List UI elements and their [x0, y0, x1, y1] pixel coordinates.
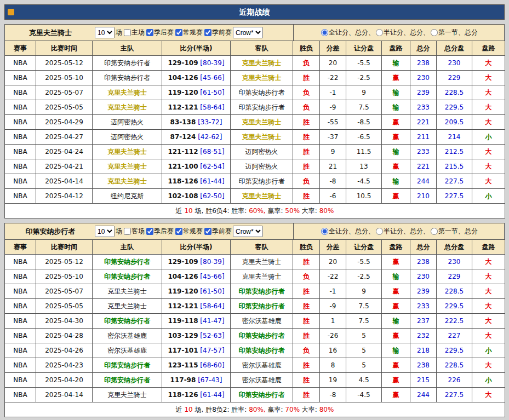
summary-row: 近 10 场, 胜6负4: 胜率: 60%, 赢率: 50% 大率: 80%: [5, 204, 505, 218]
away-team-cell: 克里夫兰骑士: [231, 189, 293, 204]
away-team-cell: 克里夫兰骑士: [231, 269, 293, 284]
away-team-cell: 克里夫兰骑士: [231, 56, 293, 71]
odds-company-select[interactable]: Crow*: [233, 226, 263, 237]
home-team-cell: 克里夫兰骑士: [93, 299, 162, 314]
diff-cell: -55: [320, 115, 346, 130]
result-cell: 胜: [293, 145, 320, 159]
col-diff: 分差: [320, 240, 346, 255]
radio-full-handicap-total[interactable]: 全让分、总分、: [321, 28, 375, 37]
game-row: NBA2025-05-05克里夫兰骑士112-121 [58-64]印第安纳步行…: [5, 299, 505, 314]
preseason-checkbox[interactable]: 季前赛: [204, 227, 232, 236]
game-row: NBA2025-04-12纽约尼克斯102-108 [62-50]克里夫兰骑士胜…: [5, 189, 505, 204]
preseason-checkbox[interactable]: 季前赛: [204, 28, 232, 37]
over-under-cell: 大: [472, 314, 505, 329]
header-row: 赛事 比赛时间 主队 比分(半场) 客队 胜负 分差 让分盘 盘路 总分 总分盘…: [5, 240, 505, 255]
col-league: 赛事: [5, 41, 36, 56]
handicap-cell: 5: [346, 343, 382, 358]
total-cell: 232: [410, 329, 437, 343]
result-cell: 负: [293, 269, 320, 284]
diff-cell: 21: [320, 159, 346, 174]
game-row: NBA2025-04-23印第安纳步行者123-115 [68-60]密尔沃基雄…: [5, 358, 505, 373]
radio-first-quarter-total[interactable]: 第一节、总分: [431, 227, 478, 236]
total-line-cell: 229: [437, 269, 472, 284]
handicap-cell: 5: [346, 329, 382, 343]
result-cell: 胜: [293, 388, 320, 402]
league-cell: NBA: [5, 115, 36, 130]
total-cell: 211: [410, 130, 437, 145]
total-cell: 215: [410, 373, 437, 388]
away-team-cell: 印第安纳步行者: [231, 85, 293, 100]
filter-right: 全让分、总分、 半让分、总分、 第一节、总分: [293, 25, 504, 41]
away-team-cell: 克里夫兰骑士: [231, 130, 293, 145]
score-cell: 104-126 [45-66]: [162, 71, 231, 85]
col-league: 赛事: [5, 240, 36, 255]
handicap-result-cell: 输: [382, 343, 410, 358]
date-cell: 2025-05-10: [36, 269, 93, 284]
filter-left: 印第安纳步行者 10 场 客场 季后赛 常规赛 季前赛 Crow*: [5, 223, 293, 239]
total-cell: 239: [410, 284, 437, 299]
away-team-cell: 迈阿密热火: [231, 159, 293, 174]
diff-cell: 1: [320, 314, 346, 329]
diff-cell: -9: [320, 100, 346, 115]
radio-first-quarter-total[interactable]: 第一节、总分: [431, 28, 478, 37]
total-line-cell: 212.5: [437, 145, 472, 159]
home-team-cell: 印第安纳步行者: [93, 269, 162, 284]
total-line-cell: 226: [437, 373, 472, 388]
away-team-cell: 克里夫兰骑士: [231, 71, 293, 85]
over-under-cell: 大: [472, 269, 505, 284]
venue-checkbox[interactable]: 主场: [124, 28, 145, 37]
over-under-cell: 大: [472, 329, 505, 343]
over-under-cell: 大: [472, 255, 505, 269]
radio-half-handicap-total[interactable]: 半让分、总分、: [376, 227, 430, 236]
total-cell: 233: [410, 100, 437, 115]
total-line-cell: 214: [437, 130, 472, 145]
odds-company-select[interactable]: Crow*: [233, 27, 263, 38]
col-home: 主队: [93, 240, 162, 255]
radio-full-handicap-total[interactable]: 全让分、总分、: [321, 227, 375, 236]
games-count-select[interactable]: 10: [95, 27, 115, 38]
handicap-result-cell: 赢: [382, 358, 410, 373]
handicap-result-cell: 赢: [382, 115, 410, 130]
date-cell: 2025-05-07: [36, 85, 93, 100]
game-row: NBA2025-05-05克里夫兰骑士112-121 [58-64]印第安纳步行…: [5, 100, 505, 115]
playoffs-checkbox[interactable]: 季后赛: [146, 227, 174, 236]
total-cell: 239: [410, 85, 437, 100]
league-cell: NBA: [5, 388, 36, 402]
diff-cell: 8: [320, 358, 346, 373]
handicap-result-cell: 赢: [382, 284, 410, 299]
total-cell: 238: [410, 255, 437, 269]
over-under-cell: 大: [472, 174, 505, 189]
diff-cell: -8: [320, 174, 346, 189]
title-decoration-icon: [8, 9, 14, 15]
venue-checkbox[interactable]: 客场: [124, 227, 145, 236]
result-cell: 胜: [293, 130, 320, 145]
summary-text: 近 10 场, 胜8负2: 胜率: 80%, 赢率: 70% 大率: 80%: [5, 402, 505, 417]
diff-cell: -1: [320, 284, 346, 299]
regular-season-checkbox[interactable]: 常规赛: [175, 28, 203, 37]
total-line-cell: 228.5: [437, 358, 472, 373]
result-cell: 胜: [293, 284, 320, 299]
handicap-cell: 13: [346, 159, 382, 174]
col-date: 比赛时间: [36, 41, 93, 56]
league-cell: NBA: [5, 71, 36, 85]
score-cell: 112-121 [58-64]: [162, 100, 231, 115]
handicap-result-cell: 赢: [382, 373, 410, 388]
handicap-result-cell: 输: [382, 269, 410, 284]
radio-half-handicap-total[interactable]: 半让分、总分、: [376, 28, 430, 37]
summary-row: 近 10 场, 胜8负2: 胜率: 80%, 赢率: 70% 大率: 80%: [5, 402, 505, 417]
playoffs-checkbox[interactable]: 季后赛: [146, 28, 174, 37]
league-cell: NBA: [5, 329, 36, 343]
date-cell: 2025-05-12: [36, 255, 93, 269]
score-cell: 121-100 [62-54]: [162, 159, 231, 174]
games-count-select[interactable]: 10: [95, 226, 115, 237]
total-line-cell: 222.5: [437, 314, 472, 329]
total-line-cell: 215.5: [437, 159, 472, 174]
handicap-result-cell: 赢: [382, 299, 410, 314]
score-cell: 129-109 [80-39]: [162, 255, 231, 269]
col-handicap-result: 盘路: [382, 240, 410, 255]
over-under-cell: 大: [472, 358, 505, 373]
away-team-cell: 密尔沃基雄鹿: [231, 314, 293, 329]
regular-season-checkbox[interactable]: 常规赛: [175, 227, 203, 236]
score-cell: 104-126 [45-66]: [162, 269, 231, 284]
results-table: 赛事 比赛时间 主队 比分(半场) 客队 胜负 分差 让分盘 盘路 总分 总分盘…: [4, 41, 505, 218]
